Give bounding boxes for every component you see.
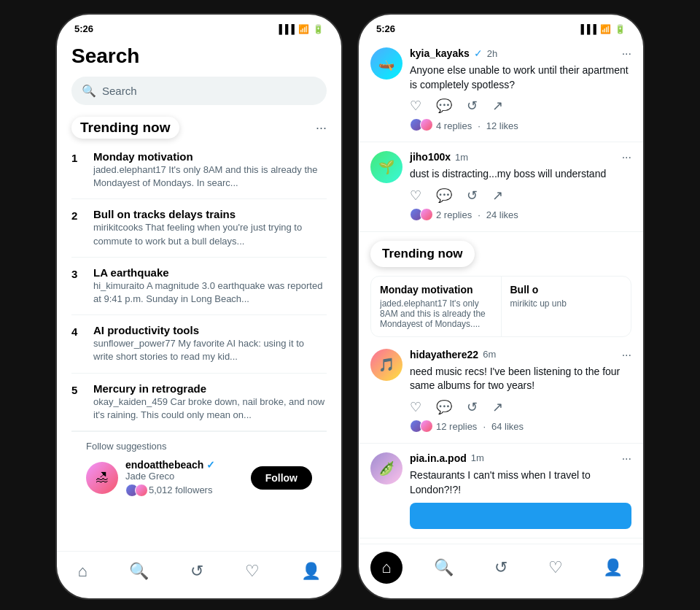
tweet-username-3: hidayathere22: [410, 349, 478, 360]
tweet-body-1: kyia_kayaks ✓ 2h ··· Anyone else unable …: [410, 47, 631, 133]
share-icon-1[interactable]: ↗: [492, 98, 503, 114]
reply-avatars-2: [410, 208, 430, 221]
reply-avatar-1b: [420, 118, 433, 131]
nav-notifications[interactable]: ↺: [182, 559, 212, 584]
trend-desc: sunflower_power77 My favorite AI hack: u…: [93, 337, 327, 363]
status-bar-left: 5:26 ▐▐▐ 📶 🔋: [57, 15, 341, 39]
nav-search[interactable]: 🔍: [120, 559, 158, 584]
tweet-body-4: pia.in.a.pod 1m ··· Restaurants I can't …: [410, 452, 631, 529]
tweet-likes-1: 12 likes: [486, 120, 518, 131]
tweet-user-info-1: kyia_kayaks ✓ 2h: [410, 47, 497, 59]
tweet-verified-1: ✓: [474, 47, 483, 59]
reply-icon-3[interactable]: 💬: [436, 399, 452, 415]
tweet-1: 🛶 kyia_kayaks ✓ 2h ··· Anyone else unabl…: [359, 39, 643, 142]
tweet-text-2: dust is distracting...my boss will under…: [410, 167, 631, 182]
trend-number: 1: [71, 150, 83, 164]
search-icon: 🔍: [82, 84, 96, 98]
nav-home[interactable]: ⌂: [69, 559, 96, 584]
trend-item[interactable]: 5 Mercury in retrograde okay_kaiden_459 …: [71, 374, 327, 431]
tweet-text-4: Restaurants I can't miss when I travel t…: [410, 468, 631, 497]
trending-more-icon[interactable]: ···: [316, 120, 327, 136]
trending-bubble-area: Trending now: [359, 232, 643, 276]
tweet-2: 🌱 jiho100x 1m ··· dust is distracting...…: [359, 142, 643, 232]
tweet-actions-2: ♡ 💬 ↺ ↗: [410, 188, 631, 204]
tweet-replies-2: 2 replies: [436, 209, 472, 220]
trend-desc: mirikitcooks That feeling when you're ju…: [93, 221, 327, 247]
like-icon-1[interactable]: ♡: [410, 98, 421, 114]
trend-title: AI productivity tools: [93, 324, 327, 336]
trend-number: 3: [71, 266, 83, 280]
search-bar[interactable]: 🔍 Search: [71, 77, 327, 105]
nav-likes-right[interactable]: ♡: [540, 555, 572, 580]
right-phone: 5:26 ▐▐▐ 📶 🔋 🛶 kyia_kayaks ✓ 2h ··· Anyo…: [359, 15, 643, 598]
tweet-username-4: pia.in.a.pod: [410, 452, 467, 464]
mini-avatar-2: [135, 484, 148, 497]
feed-screen: 🛶 kyia_kayaks ✓ 2h ··· Anyone else unabl…: [359, 39, 643, 544]
tweet-time-1: 2h: [487, 48, 497, 59]
tweet-time-3: 6m: [483, 349, 496, 360]
nav-home-active[interactable]: ⌂: [370, 552, 402, 584]
time-right: 5:26: [376, 23, 395, 34]
trend-item[interactable]: 3 LA earthquake hi_kimuraito A magnitude…: [71, 258, 327, 315]
trending-bubble: Trending now: [370, 241, 475, 267]
avatar: 🏖: [86, 462, 118, 494]
tweet-more-2[interactable]: ···: [622, 151, 631, 164]
nav-profile[interactable]: 👤: [292, 559, 330, 584]
tweet-header-3: hidayathere22 6m ···: [410, 349, 631, 362]
wifi-icon-right: 📶: [600, 24, 611, 34]
tweet-more-1[interactable]: ···: [622, 47, 631, 61]
follow-suggestions: Follow suggestions 🏖 endoatthebeach ✓ Ja…: [71, 431, 327, 506]
follower-count: 5,012 followers: [149, 484, 212, 495]
nav-search-right[interactable]: 🔍: [425, 555, 462, 580]
reply-icon-2[interactable]: 💬: [436, 188, 452, 204]
retweet-icon-3[interactable]: ↺: [467, 399, 478, 415]
trend-desc: okay_kaiden_459 Car broke down, nail bro…: [93, 395, 327, 422]
reply-icon-1[interactable]: 💬: [436, 98, 452, 114]
tweet-replies-3: 12 replies: [436, 421, 477, 432]
status-icons-right: ▐▐▐ 📶 🔋: [578, 24, 626, 34]
trend-content: Monday motivation jaded.elephant17 It's …: [93, 150, 327, 190]
tweet-stats-1: 4 replies · 12 likes: [410, 118, 631, 133]
trend-desc: jaded.elephant17 It's only 8AM and this …: [93, 163, 327, 190]
nav-likes[interactable]: ♡: [236, 559, 268, 584]
trending-card-sub-1: jaded.elephant17 It's only 8AM and this …: [380, 298, 492, 329]
tweet-text-1: Anyone else unable to work until their a…: [410, 63, 631, 92]
trend-title: LA earthquake: [93, 266, 327, 279]
tweet-username-2: jiho100x: [410, 151, 451, 163]
tweet-more-4[interactable]: ···: [622, 452, 631, 466]
trend-item[interactable]: 4 AI productivity tools sunflower_power7…: [71, 315, 327, 373]
share-icon-3[interactable]: ↗: [492, 399, 503, 415]
bottom-nav-right: ⌂ 🔍 ↺ ♡ 👤: [359, 544, 643, 598]
trends-list: 1 Monday motivation jaded.elephant17 It'…: [71, 142, 327, 431]
tweet-username-1: kyia_kayaks: [410, 47, 470, 59]
like-icon-3[interactable]: ♡: [410, 399, 421, 415]
follow-info: endoatthebeach ✓ Jade Greco 5,012 follow…: [125, 459, 244, 497]
tweet-header-2: jiho100x 1m ···: [410, 151, 631, 164]
follow-meta: 5,012 followers: [125, 484, 244, 497]
nav-notifications-right[interactable]: ↺: [486, 555, 516, 580]
trend-content: Bull on tracks delays trains mirikitcook…: [93, 208, 327, 247]
tweet-likes-3: 64 likes: [491, 421, 524, 432]
tweet-time-4: 1m: [471, 452, 484, 463]
time-left: 5:26: [74, 23, 93, 34]
tweet-body-3: hidayathere22 6m ··· need music recs! I'…: [410, 349, 631, 434]
avatar-kyia: 🛶: [370, 47, 402, 80]
status-bar-right: 5:26 ▐▐▐ 📶 🔋: [359, 15, 643, 39]
retweet-icon-2[interactable]: ↺: [467, 188, 478, 204]
share-icon-2[interactable]: ↗: [492, 188, 503, 204]
trend-content: LA earthquake hi_kimuraito A magnitude 3…: [93, 266, 327, 306]
retweet-icon-1[interactable]: ↺: [467, 98, 478, 114]
like-icon-2[interactable]: ♡: [410, 188, 421, 204]
trend-item[interactable]: 1 Monday motivation jaded.elephant17 It'…: [71, 142, 327, 199]
reply-avatar-2b: [420, 208, 433, 221]
tweet-more-3[interactable]: ···: [622, 349, 631, 362]
follow-button[interactable]: Follow: [251, 466, 312, 490]
trend-item[interactable]: 2 Bull on tracks delays trains mirikitco…: [71, 199, 327, 257]
nav-profile-right[interactable]: 👤: [594, 555, 631, 580]
tweet-body-2: jiho100x 1m ··· dust is distracting...my…: [410, 151, 631, 223]
battery-icon-right: 🔋: [615, 24, 626, 34]
tweet-4: 🫛 pia.in.a.pod 1m ··· Restaurants I can'…: [359, 444, 643, 538]
reply-avatar-3b: [420, 420, 433, 433]
page-title: Search: [71, 45, 327, 68]
tweet-3: 🎵 hidayathere22 6m ··· need music recs! …: [359, 340, 643, 444]
